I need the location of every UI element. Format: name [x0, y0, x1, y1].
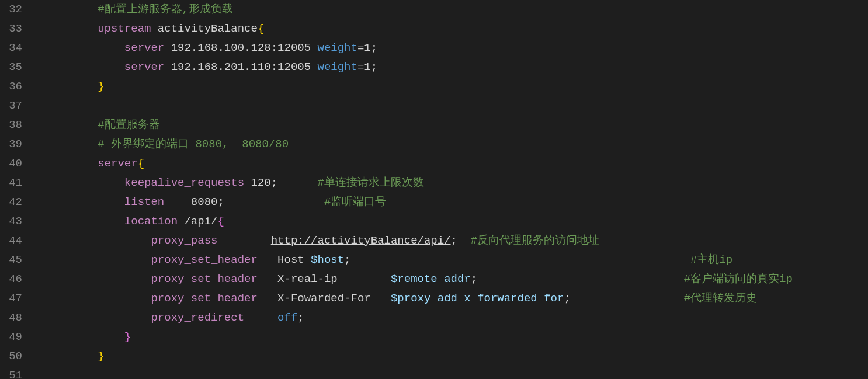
token: server	[124, 41, 164, 54]
token: 192.168.201.110:12005	[164, 61, 317, 74]
line-number: 39	[0, 135, 22, 154]
token: #客户端访问的真实ip	[684, 273, 793, 286]
token: server	[98, 157, 137, 170]
line-number: 44	[0, 231, 22, 251]
indent	[44, 80, 98, 93]
indent	[44, 311, 151, 324]
code-line[interactable]: proxy_redirect off;	[44, 308, 868, 328]
token: X-real-ip	[258, 273, 391, 286]
token: =1	[357, 41, 371, 54]
indent	[44, 196, 124, 208]
token: ;	[271, 176, 277, 189]
token: X-Fowarded-For	[258, 292, 391, 305]
token: off	[277, 311, 297, 324]
line-number: 37	[0, 96, 22, 116]
token: #单连接请求上限次数	[318, 176, 424, 189]
indent	[44, 273, 151, 286]
token: }	[124, 331, 131, 343]
token: #代理转发历史	[684, 292, 757, 305]
code-line[interactable]: proxy_set_header X-Fowarded-For $proxy_a…	[44, 289, 868, 308]
line-number: 42	[0, 193, 22, 212]
indent	[44, 292, 151, 305]
token	[224, 196, 324, 208]
token: location	[124, 215, 178, 228]
code-line[interactable]: #配置服务器	[44, 116, 868, 135]
token: proxy_set_header	[151, 292, 257, 305]
token: #监听端口号	[324, 196, 386, 208]
line-number: 40	[0, 154, 22, 173]
line-number: 51	[0, 366, 22, 379]
indent	[44, 138, 98, 151]
token: #配置上游服务器,形成负载	[98, 3, 233, 16]
code-line[interactable]: keepalive_requests 120; #单连接请求上限次数	[44, 173, 868, 193]
token: proxy_set_header	[151, 253, 257, 266]
code-line[interactable]: server 192.168.201.110:12005 weight=1;	[44, 58, 868, 77]
indent	[44, 61, 124, 74]
token: # 外界绑定的端口 8080, 8080/80	[98, 138, 289, 151]
code-line[interactable]: server 192.168.100.128:12005 weight=1;	[44, 39, 868, 58]
line-number: 34	[0, 39, 22, 58]
token: ;	[217, 196, 224, 208]
indent	[44, 215, 124, 228]
token: }	[98, 80, 104, 93]
token: 120	[244, 176, 271, 189]
token: 192.168.100.128:12005	[164, 41, 317, 54]
code-line[interactable]: }	[44, 347, 868, 366]
code-line[interactable]: # 外界绑定的端口 8080, 8080/80	[44, 135, 868, 154]
token: ;	[471, 273, 477, 286]
token: ;	[451, 234, 457, 247]
line-number: 35	[0, 58, 22, 77]
line-number: 49	[0, 328, 22, 347]
line-number: 33	[0, 19, 22, 39]
token	[477, 273, 683, 286]
token: /api/	[178, 215, 217, 228]
code-area[interactable]: #配置上游服务器,形成负载 upstream activityBalance{ …	[35, 0, 868, 379]
line-number-gutter: 3233343536373839404142434445464748495051	[0, 0, 35, 379]
code-line[interactable]: }	[44, 328, 868, 347]
indent	[44, 3, 98, 16]
token: ;	[297, 311, 304, 324]
token: }	[98, 350, 104, 363]
code-line[interactable]: server{	[44, 154, 868, 173]
token: server	[124, 61, 164, 74]
token	[571, 292, 684, 305]
code-line[interactable]: proxy_set_header X-real-ip $remote_addr;…	[44, 270, 868, 289]
code-line[interactable]	[44, 96, 868, 116]
line-number: 41	[0, 173, 22, 193]
indent	[44, 157, 98, 170]
code-line[interactable]: location /api/{	[44, 212, 868, 231]
line-number: 38	[0, 116, 22, 135]
indent	[44, 331, 124, 343]
token: ;	[564, 292, 570, 305]
token: $host	[311, 253, 344, 266]
token: {	[217, 215, 224, 228]
token: ;	[371, 41, 377, 54]
token	[217, 234, 270, 247]
indent	[44, 253, 151, 266]
token: 8080	[164, 196, 217, 208]
token	[244, 311, 277, 324]
token: ;	[344, 253, 350, 266]
code-line[interactable]: upstream activityBalance{	[44, 19, 868, 39]
line-number: 47	[0, 289, 22, 308]
code-line[interactable]: listen 8080; #监听端口号	[44, 193, 868, 212]
indent	[44, 176, 124, 189]
token: #反向代理服务的访问地址	[471, 234, 599, 247]
token	[351, 253, 691, 266]
code-editor[interactable]: 3233343536373839404142434445464748495051…	[0, 0, 868, 379]
code-line[interactable]: proxy_set_header Host $host; #主机ip	[44, 251, 868, 270]
line-number: 48	[0, 308, 22, 328]
token: $remote_addr	[391, 273, 471, 286]
token: activityBalance	[151, 22, 257, 35]
token: upstream	[98, 22, 151, 35]
code-line[interactable]	[44, 366, 868, 379]
line-number: 32	[0, 0, 22, 19]
token: {	[258, 22, 264, 35]
token	[277, 176, 317, 189]
code-line[interactable]: proxy_pass http://activityBalance/api/; …	[44, 231, 868, 251]
token: weight	[318, 41, 357, 54]
code-line[interactable]: }	[44, 77, 868, 96]
line-number: 50	[0, 347, 22, 366]
token: =1	[357, 61, 371, 74]
code-line[interactable]: #配置上游服务器,形成负载	[44, 0, 868, 19]
